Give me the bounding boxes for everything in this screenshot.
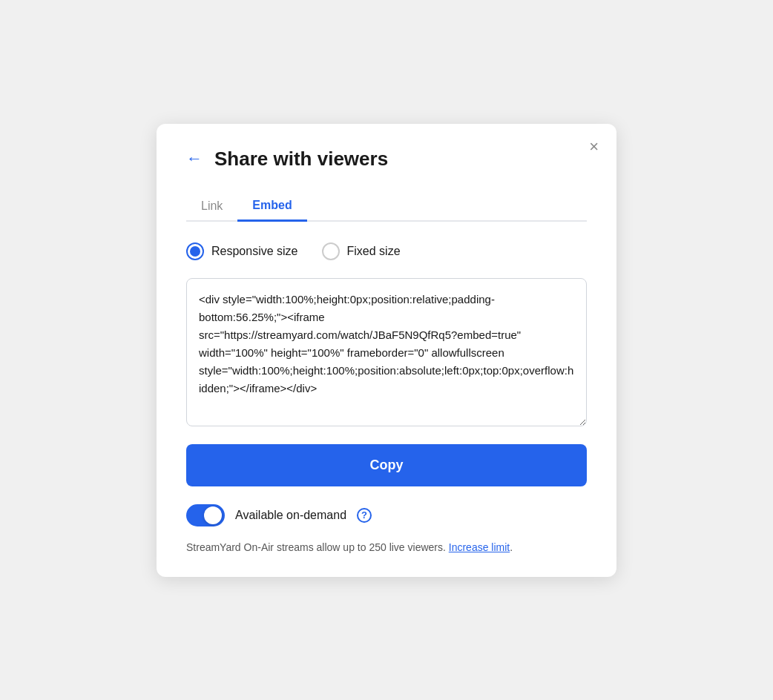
help-icon[interactable]: ?: [357, 508, 372, 523]
footer-description: StreamYard On-Air streams allow up to 25…: [186, 541, 446, 553]
back-button[interactable]: ←: [186, 149, 203, 168]
responsive-size-option[interactable]: Responsive size: [186, 242, 298, 260]
footer-suffix: .: [510, 541, 513, 553]
modal-title: Share with viewers: [214, 148, 388, 171]
on-demand-label: Available on-demand: [235, 509, 346, 522]
fixed-size-option[interactable]: Fixed size: [322, 242, 401, 260]
tab-link[interactable]: Link: [186, 191, 237, 222]
tab-embed[interactable]: Embed: [237, 191, 306, 222]
close-button[interactable]: ×: [589, 139, 599, 155]
on-demand-toggle[interactable]: [186, 504, 225, 526]
copy-button[interactable]: Copy: [186, 444, 587, 486]
increase-limit-link[interactable]: Increase limit: [449, 541, 510, 553]
size-radio-group: Responsive size Fixed size: [186, 242, 587, 260]
on-demand-toggle-row: Available on-demand ?: [186, 504, 587, 526]
embed-code-textarea[interactable]: <div style="width:100%;height:0px;positi…: [186, 278, 587, 426]
tabs-container: Link Embed: [186, 191, 587, 222]
responsive-size-radio[interactable]: [186, 242, 204, 260]
fixed-size-label: Fixed size: [347, 245, 401, 258]
footer-text: StreamYard On-Air streams allow up to 25…: [186, 541, 587, 553]
responsive-size-label: Responsive size: [211, 245, 298, 258]
modal-header: ← Share with viewers: [186, 148, 587, 171]
toggle-knob: [204, 506, 222, 524]
fixed-size-radio[interactable]: [322, 242, 340, 260]
share-modal: × ← Share with viewers Link Embed Respon…: [157, 124, 616, 577]
